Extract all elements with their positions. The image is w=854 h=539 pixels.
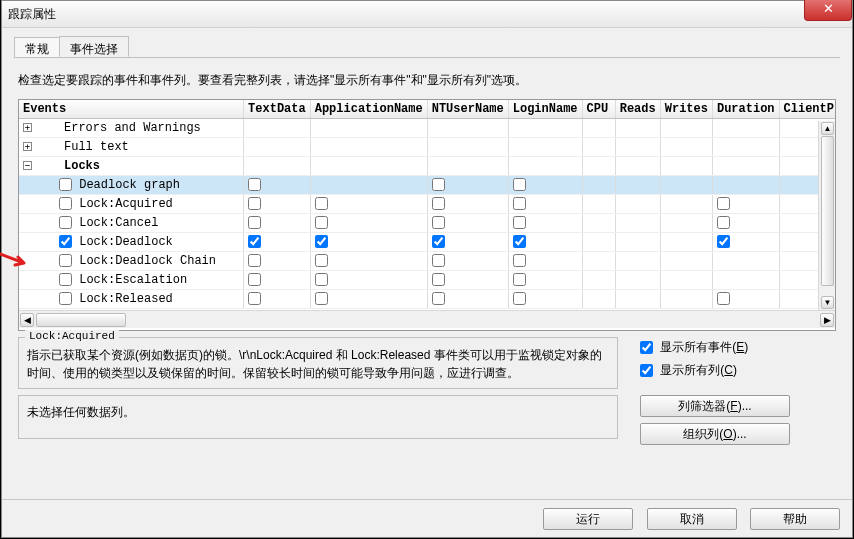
event-label: Lock:Released	[72, 292, 173, 306]
group-fulltext[interactable]: +Full text	[19, 138, 835, 157]
window-title: 跟踪属性	[8, 6, 56, 23]
no-data-text: 未选择任何数据列。	[27, 404, 609, 421]
tree-expander-icon[interactable]: +	[23, 142, 32, 151]
cell-deadlock_chain-applicationname[interactable]	[315, 254, 328, 267]
dialog-footer: 运行 取消 帮助	[2, 499, 852, 537]
vertical-scrollbar[interactable]: ▲ ▼	[818, 121, 835, 310]
event-row-cancel[interactable]: Lock:Cancel	[19, 214, 835, 233]
col-events[interactable]: Events	[19, 100, 244, 119]
cell-released-ntusername[interactable]	[432, 292, 445, 305]
event-row-escalation[interactable]: Lock:Escalation	[19, 271, 835, 290]
show-all-columns-input[interactable]	[640, 364, 653, 377]
cell-acquired-textdata[interactable]	[248, 197, 261, 210]
col-duration[interactable]: Duration	[712, 100, 779, 119]
show-all-events-input[interactable]	[640, 341, 653, 354]
cell-acquired-ntusername[interactable]	[432, 197, 445, 210]
event-row-deadlock_graph[interactable]: Deadlock graph	[19, 176, 835, 195]
help-button[interactable]: 帮助	[750, 508, 840, 530]
cell-released-loginname[interactable]	[513, 292, 526, 305]
grid-header-row: Events TextData ApplicationName NTUserNa…	[19, 100, 835, 119]
cell-deadlock_chain-ntusername[interactable]	[432, 254, 445, 267]
cell-cancel-ntusername[interactable]	[432, 216, 445, 229]
cell-acquired-applicationname[interactable]	[315, 197, 328, 210]
cell-deadlock-textdata[interactable]	[248, 235, 261, 248]
cell-escalation-applicationname[interactable]	[315, 273, 328, 286]
cell-deadlock-ntusername[interactable]	[432, 235, 445, 248]
cell-released-textdata[interactable]	[248, 292, 261, 305]
cell-deadlock-duration[interactable]	[717, 235, 730, 248]
cell-cancel-applicationname[interactable]	[315, 216, 328, 229]
cell-deadlock_graph-ntusername[interactable]	[432, 178, 445, 191]
cell-deadlock_chain-loginname[interactable]	[513, 254, 526, 267]
cell-escalation-loginname[interactable]	[513, 273, 526, 286]
options-panel: 显示所有事件(E) 显示所有列(C)	[640, 339, 748, 385]
titlebar: 跟踪属性 ✕	[2, 1, 852, 28]
event-checkbox-cancel[interactable]	[59, 216, 72, 229]
col-clientp[interactable]: ClientP	[779, 100, 835, 119]
no-data-group: 未选择任何数据列。	[18, 395, 618, 439]
tab-general[interactable]: 常规	[14, 37, 60, 58]
event-checkbox-escalation[interactable]	[59, 273, 72, 286]
scroll-right-icon[interactable]: ▶	[820, 313, 834, 327]
tabstrip: 常规 事件选择	[14, 36, 840, 58]
cell-deadlock-applicationname[interactable]	[315, 235, 328, 248]
events-grid: Events TextData ApplicationName NTUserNa…	[18, 99, 836, 331]
cell-deadlock_graph-loginname[interactable]	[513, 178, 526, 191]
trace-properties-dialog: 跟踪属性 ✕ 常规 事件选择 检查选定要跟踪的事件和事件列。要查看完整列表，请选…	[1, 0, 853, 538]
group-label: Errors and Warnings	[40, 121, 201, 135]
event-label: Lock:Cancel	[72, 216, 158, 230]
col-ntusername[interactable]: NTUserName	[427, 100, 508, 119]
event-row-released[interactable]: Lock:Released	[19, 290, 835, 309]
event-description-text: 指示已获取某个资源(例如数据页)的锁。\r\nLock:Acquired 和 L…	[27, 346, 609, 382]
tab-event-selection[interactable]: 事件选择	[59, 36, 129, 57]
tree-expander-icon[interactable]: −	[23, 161, 32, 170]
cell-cancel-textdata[interactable]	[248, 216, 261, 229]
col-reads[interactable]: Reads	[615, 100, 660, 119]
event-checkbox-released[interactable]	[59, 292, 72, 305]
group-locks[interactable]: −Locks	[19, 157, 835, 176]
event-checkbox-deadlock_graph[interactable]	[59, 178, 72, 191]
col-textdata[interactable]: TextData	[244, 100, 311, 119]
cell-escalation-ntusername[interactable]	[432, 273, 445, 286]
cell-deadlock-loginname[interactable]	[513, 235, 526, 248]
event-label: Lock:Acquired	[72, 197, 173, 211]
cell-released-duration[interactable]	[717, 292, 730, 305]
event-row-deadlock_chain[interactable]: Lock:Deadlock Chain	[19, 252, 835, 271]
event-checkbox-acquired[interactable]	[59, 197, 72, 210]
cell-deadlock_graph-textdata[interactable]	[248, 178, 261, 191]
scroll-up-icon[interactable]: ▲	[821, 122, 834, 135]
col-loginname[interactable]: LoginName	[508, 100, 582, 119]
cell-cancel-loginname[interactable]	[513, 216, 526, 229]
cell-released-applicationname[interactable]	[315, 292, 328, 305]
group-errors[interactable]: +Errors and Warnings	[19, 119, 835, 138]
show-all-events-checkbox[interactable]: 显示所有事件(E)	[640, 339, 748, 356]
event-label: Lock:Deadlock Chain	[72, 254, 216, 268]
event-row-deadlock[interactable]: Lock:Deadlock	[19, 233, 835, 252]
organize-columns-button[interactable]: 组织列(O)...	[640, 423, 790, 445]
instruction-text: 检查选定要跟踪的事件和事件列。要查看完整列表，请选择"显示所有事件"和"显示所有…	[18, 72, 836, 89]
scroll-down-icon[interactable]: ▼	[821, 296, 834, 309]
column-filter-button[interactable]: 列筛选器(F)...	[640, 395, 790, 417]
scroll-thumb-h[interactable]	[36, 313, 126, 327]
horizontal-scrollbar[interactable]: ◀ ▶	[19, 310, 835, 328]
col-writes[interactable]: Writes	[660, 100, 712, 119]
cell-acquired-loginname[interactable]	[513, 197, 526, 210]
scroll-left-icon[interactable]: ◀	[20, 313, 34, 327]
scroll-thumb-v[interactable]	[821, 136, 834, 286]
tree-expander-icon[interactable]: +	[23, 123, 32, 132]
show-all-columns-checkbox[interactable]: 显示所有列(C)	[640, 362, 748, 379]
cancel-button[interactable]: 取消	[647, 508, 737, 530]
group-label: Locks	[40, 159, 100, 173]
event-row-acquired[interactable]: Lock:Acquired	[19, 195, 835, 214]
cell-cancel-duration[interactable]	[717, 216, 730, 229]
event-checkbox-deadlock_chain[interactable]	[59, 254, 72, 267]
col-applicationname[interactable]: ApplicationName	[310, 100, 427, 119]
event-label: Lock:Escalation	[72, 273, 187, 287]
close-button[interactable]: ✕	[804, 0, 852, 21]
run-button[interactable]: 运行	[543, 508, 633, 530]
cell-acquired-duration[interactable]	[717, 197, 730, 210]
cell-escalation-textdata[interactable]	[248, 273, 261, 286]
cell-deadlock_chain-textdata[interactable]	[248, 254, 261, 267]
event-checkbox-deadlock[interactable]	[59, 235, 72, 248]
col-cpu[interactable]: CPU	[582, 100, 615, 119]
